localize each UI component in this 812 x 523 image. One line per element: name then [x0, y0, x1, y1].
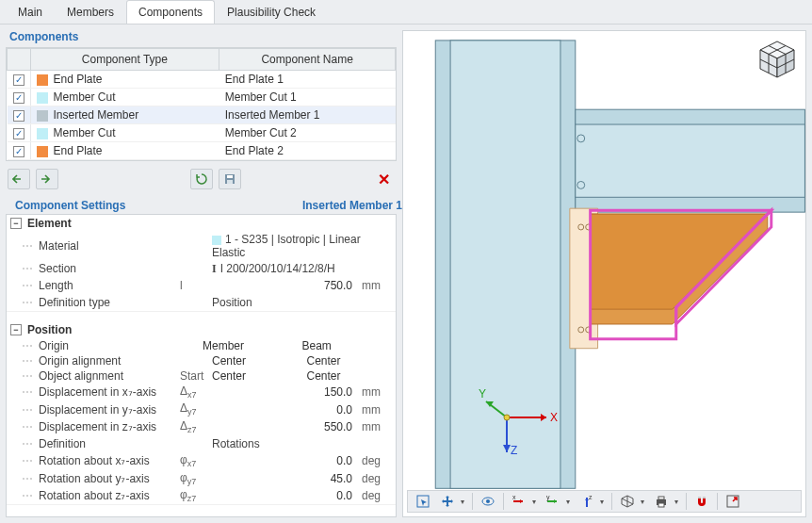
val-origin-align-beam[interactable]: Center: [301, 354, 397, 368]
move-down-button[interactable]: [36, 169, 58, 189]
hdr-member: Member: [197, 339, 297, 352]
val-length[interactable]: 750.0: [212, 279, 358, 292]
sym-ry: φy7: [180, 471, 212, 486]
tool-x-axis-icon[interactable]: x: [508, 492, 530, 511]
lbl-rx: Rotation about x₇-axis: [39, 454, 180, 467]
table-row[interactable]: Inserted Member Inserted Member 1: [8, 106, 396, 124]
svg-marker-26: [541, 414, 546, 421]
row-checkbox[interactable]: [13, 128, 24, 139]
tool-magnet-icon[interactable]: [690, 492, 713, 511]
svg-point-31: [504, 415, 510, 420]
table-row[interactable]: Member Cut Member Cut 2: [8, 124, 396, 142]
cell-name: Inserted Member 1: [219, 106, 396, 124]
lbl-obj-align: Object alignment: [39, 369, 180, 383]
table-row[interactable]: End Plate End Plate 1: [8, 71, 396, 89]
color-swatch-icon: [37, 74, 48, 86]
tool-pan-dropdown[interactable]: ▾: [461, 498, 468, 506]
val-def[interactable]: Rotations: [212, 437, 396, 450]
tool-print-icon[interactable]: [650, 492, 673, 511]
row-checkbox[interactable]: [13, 146, 24, 157]
svg-marker-36: [520, 499, 523, 503]
row-checkbox[interactable]: [13, 74, 24, 86]
tool-z-dropdown[interactable]: ▾: [600, 498, 608, 506]
hdr-beam: Beam: [297, 339, 397, 352]
row-checkbox[interactable]: [13, 92, 24, 104]
nav-cube-icon[interactable]: [756, 39, 798, 80]
tool-expand-icon[interactable]: [722, 492, 744, 511]
lbl-rz: Rotation about z₇-axis: [39, 489, 180, 502]
settings-panel: −Element ⋯Material1 - S235 | Isotropic |…: [6, 214, 397, 517]
section-profile-icon: I: [212, 262, 217, 275]
tab-components[interactable]: Components: [126, 0, 215, 24]
unit-dz: mm: [358, 420, 396, 433]
group-position: −Position ⋯OriginMemberBeam ⋯Origin alig…: [7, 321, 396, 505]
svg-rect-48: [658, 497, 664, 499]
val-origin-align-member[interactable]: Center: [212, 354, 301, 368]
val-section[interactable]: I 200/200/10/14/12/8/H: [220, 262, 335, 275]
tool-print-dropdown[interactable]: ▾: [674, 498, 682, 506]
val-rx[interactable]: 0.0: [212, 454, 358, 467]
group-element-title: Element: [27, 217, 72, 230]
cell-type: End Plate: [54, 73, 103, 86]
svg-rect-49: [658, 503, 664, 507]
tool-x-dropdown[interactable]: ▾: [532, 498, 540, 506]
settings-title-row: Component Settings Inserted Member 1: [0, 197, 402, 214]
collapse-element-icon[interactable]: −: [10, 218, 22, 229]
save-button[interactable]: [219, 169, 241, 189]
tool-y-axis-icon[interactable]: y: [542, 492, 564, 511]
cell-type: Member Cut: [54, 126, 116, 139]
axis-x-label: X: [550, 411, 558, 424]
delete-button[interactable]: ✕: [372, 169, 395, 189]
sym-dy: Δy7: [180, 401, 212, 417]
viewport-3d[interactable]: X Y Z ▾ x▾ y▾ z▾ ▾ ▾: [402, 30, 806, 517]
val-obj-align-start[interactable]: Start: [180, 369, 212, 383]
tab-members[interactable]: Members: [55, 0, 126, 24]
val-dx[interactable]: 150.0: [212, 385, 358, 399]
val-obj-align-beam[interactable]: Center: [301, 369, 397, 383]
cell-name: End Plate 1: [219, 71, 396, 89]
svg-rect-51: [703, 497, 706, 498]
cell-type: End Plate: [54, 144, 103, 157]
move-up-button[interactable]: [8, 169, 30, 189]
val-dy[interactable]: 0.0: [212, 403, 358, 417]
table-row[interactable]: Member Cut Member Cut 1: [8, 89, 396, 106]
unit-rz: deg: [358, 489, 396, 502]
val-deftype[interactable]: Position: [212, 296, 396, 309]
lbl-ry: Rotation about y₇-axis: [39, 472, 180, 485]
group-element: −Element ⋯Material1 - S235 | Isotropic |…: [7, 215, 396, 312]
scene-render: [403, 31, 805, 516]
components-title: Components: [0, 25, 402, 47]
axes-gizmo-icon: X Y Z: [479, 375, 563, 460]
collapse-position-icon[interactable]: −: [10, 324, 22, 335]
tool-iso-icon[interactable]: [616, 492, 639, 511]
tab-plausibility[interactable]: Plausibility Check: [215, 0, 328, 24]
tool-select-icon[interactable]: [412, 492, 434, 511]
cell-name: End Plate 2: [219, 142, 396, 160]
tool-z-axis-icon[interactable]: z: [576, 492, 598, 511]
tab-main[interactable]: Main: [6, 0, 55, 24]
svg-rect-1: [227, 175, 233, 178]
tool-pan-icon[interactable]: [436, 492, 459, 511]
refresh-button[interactable]: [190, 169, 213, 189]
lbl-dx: Displacement in x₇-axis: [39, 385, 180, 399]
tool-view-icon[interactable]: [477, 492, 499, 511]
table-row[interactable]: End Plate End Plate 2: [8, 142, 396, 160]
unit-dx: mm: [358, 385, 396, 399]
col-type[interactable]: Component Type: [30, 49, 219, 71]
val-obj-align-member[interactable]: Center: [212, 369, 301, 383]
tool-y-dropdown[interactable]: ▾: [566, 498, 574, 506]
color-swatch-icon: [37, 146, 48, 157]
val-ry[interactable]: 45.0: [212, 472, 358, 485]
lbl-def: Definition: [39, 437, 180, 450]
svg-text:z: z: [589, 494, 593, 500]
val-material[interactable]: 1 - S235 | Isotropic | Linear Elastic: [212, 233, 361, 259]
tab-bar: Main Members Components Plausibility Che…: [0, 0, 812, 25]
val-rz[interactable]: 0.0: [212, 489, 358, 502]
val-dz[interactable]: 550.0: [212, 420, 358, 433]
svg-text:y: y: [546, 494, 550, 501]
tool-iso-dropdown[interactable]: ▾: [641, 498, 648, 506]
row-checkbox[interactable]: [13, 110, 24, 122]
col-name[interactable]: Component Name: [219, 49, 396, 71]
cell-type: Inserted Member: [54, 108, 139, 122]
svg-marker-24: [591, 214, 768, 309]
